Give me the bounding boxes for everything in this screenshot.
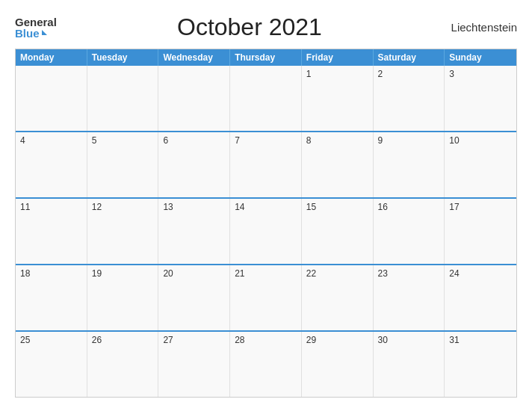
col-header-friday: Friday [302, 49, 374, 66]
day-number: 3 [449, 69, 512, 79]
day-number: 10 [449, 135, 512, 146]
calendar-day[interactable]: 7 [230, 132, 302, 197]
calendar-day[interactable] [158, 66, 230, 131]
calendar-day[interactable]: 31 [445, 332, 516, 397]
day-number: 9 [378, 135, 440, 146]
calendar-day[interactable]: 3 [445, 66, 516, 131]
day-number: 8 [306, 135, 368, 146]
calendar-day[interactable]: 16 [374, 199, 445, 264]
day-number: 18 [20, 268, 82, 279]
calendar-day[interactable]: 20 [158, 265, 230, 330]
calendar-week-2: 45678910 [16, 131, 516, 197]
day-number: 24 [449, 268, 512, 279]
calendar-day[interactable]: 22 [302, 265, 374, 330]
col-header-sunday: Sunday [445, 49, 516, 66]
calendar-day[interactable]: 2 [374, 66, 445, 131]
day-number: 27 [163, 335, 225, 345]
page: General Blue October 2021 Liechtenstein … [0, 0, 532, 411]
calendar-day[interactable]: 25 [16, 332, 87, 397]
calendar-day[interactable]: 10 [445, 132, 516, 197]
day-number: 11 [20, 202, 82, 212]
calendar-day[interactable]: 24 [445, 265, 516, 330]
day-number: 2 [378, 69, 440, 79]
calendar-day[interactable]: 12 [87, 199, 159, 264]
calendar-week-1: 123 [16, 66, 516, 131]
day-number: 4 [20, 135, 82, 146]
day-number: 7 [235, 135, 297, 146]
calendar-day[interactable]: 5 [87, 132, 159, 197]
day-number: 17 [449, 202, 512, 212]
calendar-day[interactable]: 17 [445, 199, 516, 264]
calendar-day[interactable]: 6 [158, 132, 230, 197]
day-number: 22 [306, 268, 368, 279]
calendar-day[interactable]: 11 [16, 199, 87, 264]
calendar-day[interactable]: 14 [230, 199, 302, 264]
day-number: 26 [92, 335, 154, 345]
calendar-day[interactable]: 15 [302, 199, 374, 264]
calendar-day[interactable]: 18 [16, 265, 87, 330]
col-header-wednesday: Wednesday [158, 49, 230, 66]
day-number: 15 [306, 202, 368, 212]
calendar-day[interactable]: 4 [16, 132, 87, 197]
day-number: 25 [20, 335, 82, 345]
calendar-day[interactable] [87, 66, 159, 131]
calendar-week-4: 18192021222324 [16, 264, 516, 330]
calendar-day[interactable]: 9 [374, 132, 445, 197]
calendar-day[interactable]: 21 [230, 265, 302, 330]
calendar-title: October 2021 [57, 13, 442, 41]
calendar-day[interactable]: 30 [374, 332, 445, 397]
day-number: 12 [92, 202, 154, 212]
day-number: 29 [306, 335, 368, 345]
header: General Blue October 2021 Liechtenstein [15, 13, 517, 41]
day-number: 16 [378, 202, 440, 212]
logo-blue-row: Blue [15, 28, 47, 39]
calendar-day[interactable]: 27 [158, 332, 230, 397]
col-header-thursday: Thursday [230, 49, 302, 66]
calendar-day[interactable]: 1 [302, 66, 374, 131]
calendar-day[interactable]: 28 [230, 332, 302, 397]
day-number: 1 [306, 69, 368, 79]
calendar-day[interactable] [16, 66, 87, 131]
day-number: 21 [235, 268, 297, 279]
calendar-day[interactable] [230, 66, 302, 131]
day-number: 28 [235, 335, 297, 345]
logo-blue-text: Blue [15, 28, 40, 39]
day-number: 6 [163, 135, 225, 146]
logo-triangle-icon [42, 30, 47, 35]
logo-general-text: General [15, 16, 57, 28]
calendar-day[interactable]: 26 [87, 332, 159, 397]
calendar-body: 1234567891011121314151617181920212223242… [16, 66, 516, 397]
logo: General Blue [15, 16, 57, 39]
col-header-saturday: Saturday [374, 49, 445, 66]
calendar-day[interactable]: 8 [302, 132, 374, 197]
calendar-day[interactable]: 19 [87, 265, 159, 330]
day-number: 31 [449, 335, 512, 345]
calendar: Monday Tuesday Wednesday Thursday Friday… [15, 49, 517, 398]
country-label: Liechtenstein [442, 21, 517, 34]
day-number: 20 [163, 268, 225, 279]
calendar-day[interactable]: 13 [158, 199, 230, 264]
day-number: 5 [92, 135, 154, 146]
calendar-week-5: 25262728293031 [16, 330, 516, 397]
day-number: 13 [163, 202, 225, 212]
calendar-header-row: Monday Tuesday Wednesday Thursday Friday… [16, 49, 516, 66]
day-number: 23 [378, 268, 440, 279]
calendar-week-3: 11121314151617 [16, 197, 516, 264]
day-number: 30 [378, 335, 440, 345]
day-number: 19 [92, 268, 154, 279]
col-header-tuesday: Tuesday [87, 49, 159, 66]
day-number: 14 [235, 202, 297, 212]
col-header-monday: Monday [16, 49, 87, 66]
calendar-day[interactable]: 23 [374, 265, 445, 330]
calendar-day[interactable]: 29 [302, 332, 374, 397]
